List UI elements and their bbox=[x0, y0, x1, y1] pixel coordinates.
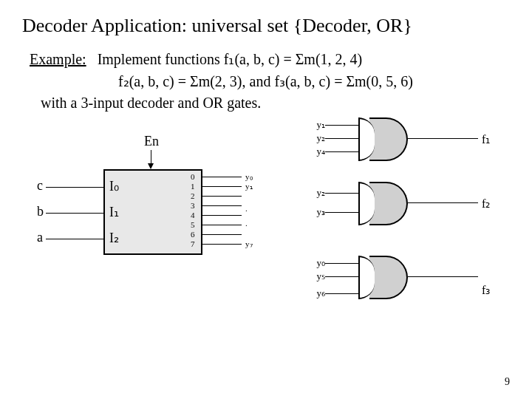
decoder-i2: I₂ bbox=[109, 230, 119, 246]
example-label: Example: bbox=[30, 51, 86, 67]
input-b: b bbox=[37, 204, 44, 219]
decoder-out-y0: y₀ bbox=[245, 172, 253, 182]
decoder-num-1: 1 bbox=[191, 182, 195, 191]
gate2-out: f₂ bbox=[482, 197, 490, 211]
page-title: Decoder Application: universal set {Deco… bbox=[22, 15, 510, 37]
decoder-i1: I₁ bbox=[109, 204, 119, 220]
page-number: 9 bbox=[505, 376, 510, 388]
diagram: En c b a I₀ I₁ I₂ 0 1 2 3 4 5 6 7 y₀ y₁ … bbox=[22, 119, 510, 355]
input-a: a bbox=[37, 230, 43, 245]
gate2-in-y2: y₂ bbox=[303, 187, 325, 199]
gate3-in-y0: y₀ bbox=[303, 257, 325, 269]
gate1-in-y4: y₄ bbox=[303, 146, 325, 157]
decoder-out-y1: y₁ bbox=[245, 182, 253, 191]
line2-text: f₂(a, b, c) = Σm(2, 3), and f₃(a, b, c) … bbox=[118, 72, 510, 90]
gate2-in-y3: y₃ bbox=[303, 206, 325, 218]
decoder-num-7: 7 bbox=[191, 239, 195, 248]
gate3-out: f₃ bbox=[482, 283, 490, 297]
decoder-num-6: 6 bbox=[191, 230, 195, 239]
decoder-num-4: 4 bbox=[191, 211, 195, 219]
decoder-num-5: 5 bbox=[191, 220, 195, 229]
gate1-in-y1: y₁ bbox=[303, 119, 325, 131]
decoder-out-dot1: . bbox=[245, 204, 248, 213]
line1-text: Implement functions f₁(a, b, c) = Σm(1, … bbox=[98, 51, 363, 67]
decoder-out-y7: y₇ bbox=[245, 239, 253, 249]
decoder-num-0: 0 bbox=[191, 172, 195, 181]
example-line1: Example: Implement functions f₁(a, b, c)… bbox=[30, 50, 510, 68]
decoder-i0: I₀ bbox=[109, 178, 119, 194]
line3-text: with a 3-input decoder and OR gates. bbox=[41, 95, 510, 112]
input-c: c bbox=[37, 178, 43, 194]
decoder-out-dot2: . bbox=[245, 219, 248, 228]
gate3-in-y5: y₅ bbox=[303, 270, 325, 282]
decoder-num-2: 2 bbox=[191, 191, 195, 200]
gate1-in-y2: y₂ bbox=[303, 132, 325, 144]
gate1-out: f₁ bbox=[482, 132, 490, 146]
enable-label: En bbox=[144, 134, 159, 149]
enable-arrow bbox=[148, 163, 154, 169]
gate3-in-y6: y₆ bbox=[303, 287, 325, 299]
decoder-num-3: 3 bbox=[191, 201, 195, 210]
